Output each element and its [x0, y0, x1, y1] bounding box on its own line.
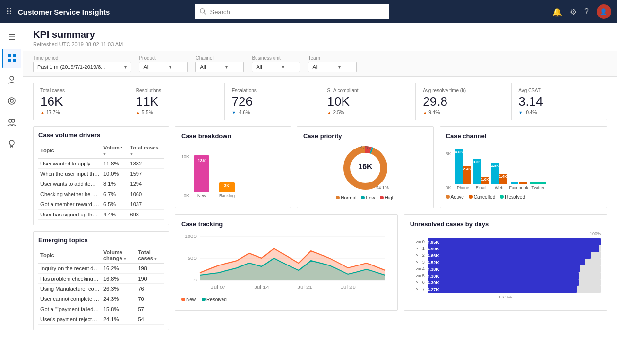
- kpi-card-4: Avg resolve time (h) 29.8 ▲ 9.4%: [416, 83, 511, 120]
- bell-icon[interactable]: 🔔: [552, 7, 562, 17]
- filter-team: Team All ▾: [308, 55, 357, 72]
- search-bar[interactable]: [195, 4, 389, 19]
- gear-icon[interactable]: ⚙: [570, 7, 577, 17]
- search-input[interactable]: [210, 8, 384, 16]
- table-row: Inquiry on the recent deal...16.2%198: [38, 264, 164, 274]
- refresh-subtitle: Refreshed UTC 2019-08-02 11:03 AM: [33, 41, 607, 47]
- case-tracking-title: Case tracking: [181, 220, 392, 228]
- nav-icons: 🔔 ⚙ ? 👤: [552, 4, 611, 19]
- col-vol-change: Volume change ▾: [102, 248, 136, 264]
- case-breakdown-card: Case breakdown 10K0K 13K: [175, 126, 291, 208]
- tracking-legend: New Resolved: [181, 297, 392, 302]
- filter-product: Product All ▾: [139, 55, 188, 72]
- hbar-container: >= 0 4.95K >= 1 4.90K >= 2 4.66K >= 3 4.…: [410, 238, 601, 293]
- case-volume-title: Case volume drivers: [38, 132, 164, 139]
- case-channel-card: Case channel 5K0K 4.6K: [440, 126, 607, 208]
- case-volume-table: Topic Volume ▾ Total cases ▾ User wanted…: [38, 143, 164, 220]
- app-title: Customer Service Insights: [18, 8, 110, 16]
- time-period-select[interactable]: Past 1 m (2019/7/1-2019/8... ▾: [33, 62, 131, 72]
- col-topic-et: Topic: [38, 248, 102, 264]
- help-icon[interactable]: ?: [584, 7, 589, 16]
- svg-rect-5: [13, 59, 16, 62]
- page-header: KPI summary Refreshed UTC 2019-08-02 11:…: [23, 23, 617, 51]
- svg-point-10: [12, 119, 15, 122]
- sidebar-item-dashboard[interactable]: [2, 49, 21, 68]
- hbar-row: >= 1 4.90K: [410, 245, 601, 252]
- donut-chart: 16K: [341, 144, 390, 192]
- case-breakdown-title: Case breakdown: [181, 132, 285, 140]
- main-content: KPI summary Refreshed UTC 2019-08-02 11:…: [23, 23, 617, 364]
- kpi-row: Total cases 16K ▲ 17.7% Resolutions 11K …: [33, 83, 607, 120]
- filter-bar: Time period Past 1 m (2019/7/1-2019/8...…: [23, 51, 617, 77]
- kpi-card-2: Escalations 726 ▼ -4.6%: [225, 83, 320, 120]
- filter-channel: Channel All ▾: [195, 55, 244, 72]
- channel-select[interactable]: All ▾: [195, 62, 244, 72]
- emerging-topics-title: Emerging topics: [38, 236, 164, 244]
- kpi-card-3: SLA compliant 10K ▲ 2.5%: [320, 83, 415, 120]
- unresolved-cases-card: Unresolved cases by days 100% >= 0 4.95K…: [404, 214, 607, 311]
- table-row: Got a ""payment failed""...15.8%57: [38, 304, 164, 314]
- emerging-topics-card: Emerging topics Topic Volume change ▾ To…: [33, 231, 169, 330]
- table-row: User wanted to apply pro...11.8%1882: [38, 159, 164, 169]
- table-row: When the user input the c...10.0%1597: [38, 169, 164, 179]
- svg-point-6: [10, 76, 14, 80]
- col-cases: Total cases ▾: [128, 143, 164, 159]
- svg-text:Jul 07: Jul 07: [211, 285, 226, 290]
- case-channel-title: Case channel: [446, 132, 601, 140]
- svg-line-1: [204, 13, 206, 15]
- hbar-row: >= 5 4.30K: [410, 272, 601, 279]
- hbar-row: >= 7 4.27K: [410, 286, 601, 293]
- case-priority-card: Case priority: [297, 126, 434, 208]
- page-title: KPI summary: [33, 29, 607, 40]
- col-volume: Volume ▾: [102, 143, 128, 159]
- filter-business-unit: Business unit All ▾: [252, 55, 300, 72]
- top-nav: ⠿ Customer Service Insights 🔔 ⚙ ? 👤: [0, 0, 617, 23]
- svg-point-8: [10, 99, 13, 102]
- svg-rect-2: [8, 54, 11, 57]
- avatar[interactable]: 👤: [597, 4, 611, 19]
- table-row: Using Manufacturer coup...26.3%76: [38, 284, 164, 294]
- team-select[interactable]: All ▾: [308, 62, 357, 72]
- hbar-row: >= 6 4.30K: [410, 279, 601, 286]
- svg-text:Jul 28: Jul 28: [341, 285, 356, 290]
- channel-legend: Active Cancelled Resolved: [446, 194, 601, 199]
- chevron-down-icon: ▾: [124, 65, 127, 70]
- svg-point-7: [8, 98, 15, 104]
- kpi-card-1: Resolutions 11K ▲ 5.5%: [129, 83, 224, 120]
- hbar-axis-top: 100%: [410, 232, 601, 236]
- svg-point-11: [9, 140, 14, 145]
- svg-text:Jul 14: Jul 14: [254, 285, 269, 290]
- charts-bottom-row: Case tracking 1000 500: [175, 214, 607, 311]
- sidebar-item-insights[interactable]: [2, 91, 21, 111]
- dashboard: Total cases 16K ▲ 17.7% Resolutions 11K …: [23, 77, 617, 336]
- sidebar: ☰: [0, 23, 23, 364]
- business-unit-select[interactable]: All ▾: [252, 62, 300, 72]
- svg-point-9: [9, 119, 12, 122]
- sidebar-item-menu[interactable]: ☰: [2, 27, 21, 47]
- sidebar-item-suggestions[interactable]: [2, 134, 21, 153]
- svg-text:1000: 1000: [184, 234, 197, 239]
- donut-legend: Normal Low High: [336, 195, 394, 200]
- sidebar-item-team[interactable]: [2, 113, 21, 132]
- table-row: User cannot complete a p...24.3%70: [38, 294, 164, 304]
- chevron-down-icon: ▾: [282, 65, 284, 70]
- product-select[interactable]: All ▾: [139, 62, 188, 72]
- col-cases-et: Total cases ▾: [136, 248, 164, 264]
- sidebar-item-user[interactable]: [2, 70, 21, 89]
- right-charts: Case breakdown 10K0K 13K: [175, 126, 607, 330]
- table-row: User has signed up the ne...4.4%698: [38, 210, 164, 220]
- table-row: Checking whether he can r...6.7%1060: [38, 189, 164, 199]
- grid-icon[interactable]: ⠿: [6, 6, 12, 17]
- emerging-topics-table: Topic Volume change ▾ Total cases ▾ Inqu…: [38, 248, 164, 325]
- table-row: User's payment rejected d...24.1%54: [38, 314, 164, 325]
- filter-time-period: Time period Past 1 m (2019/7/1-2019/8...…: [33, 55, 131, 72]
- chevron-down-icon: ▾: [169, 65, 171, 70]
- table-row: Got a member reward, an...6.5%1037: [38, 199, 164, 210]
- case-tracking-card: Case tracking 1000 500: [175, 214, 398, 311]
- col-topic: Topic: [38, 143, 102, 159]
- case-volume-drivers-card: Case volume drivers Topic Volume ▾ Total…: [33, 126, 169, 225]
- hbar-row: >= 2 4.66K: [410, 252, 601, 259]
- svg-rect-3: [13, 54, 16, 57]
- table-row: User wants to add items t...8.1%1294: [38, 179, 164, 189]
- svg-point-0: [200, 9, 204, 13]
